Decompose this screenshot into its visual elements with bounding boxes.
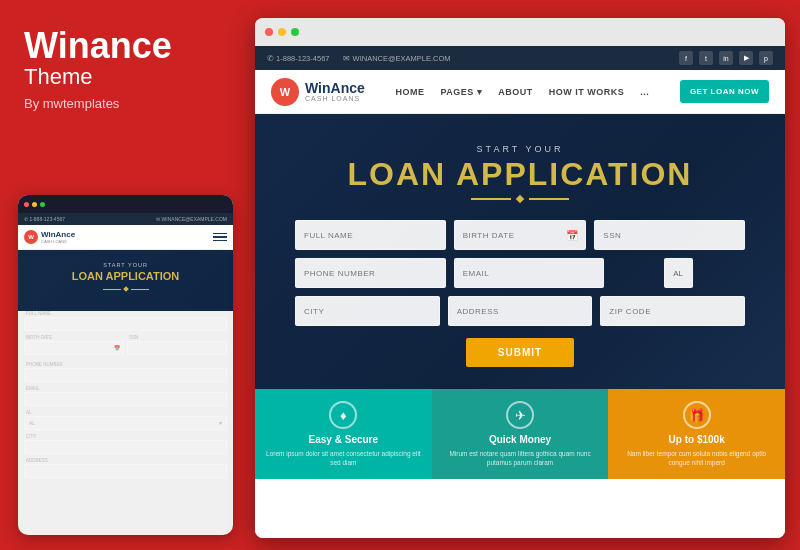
state-select[interactable]: AL AK AZ	[664, 258, 693, 288]
site-logo: W WinAnce CASH LOANS	[271, 78, 365, 106]
browser-dot-red[interactable]	[265, 28, 273, 36]
browser-dot-yellow[interactable]	[278, 28, 286, 36]
facebook-icon[interactable]: f	[679, 51, 693, 65]
easy-secure-icon: ♦	[329, 401, 357, 429]
mobile-dot-red	[24, 202, 29, 207]
nav-link-pages[interactable]: PAGES ▾	[440, 87, 482, 97]
calendar-icon: 📅	[566, 230, 578, 241]
nav-link-more[interactable]: ...	[640, 87, 649, 97]
submit-button[interactable]: SUBMIT	[466, 338, 574, 367]
mobile-logo-tagline: CASH LOANS	[41, 239, 75, 244]
quick-money-title: Quick Money	[489, 434, 551, 445]
mobile-field-label-address: ADDRESS	[24, 458, 227, 463]
full-name-input[interactable]	[295, 220, 446, 250]
mobile-dot-green	[40, 202, 45, 207]
logo-name: WinAnce	[305, 81, 365, 95]
logo-text-wrap: WinAnce CASH LOANS	[305, 81, 365, 102]
mobile-hero-pretitle: START YOUR	[26, 262, 225, 268]
phone-input[interactable]	[295, 258, 446, 288]
up-to-100k-title: Up to $100k	[669, 434, 725, 445]
mobile-field-address[interactable]	[24, 464, 227, 478]
mobile-field-phone[interactable]	[24, 368, 227, 382]
mobile-field-email[interactable]	[24, 392, 227, 406]
get-loan-button[interactable]: GET LOAN NOW	[680, 80, 769, 103]
quick-money-icon: ✈	[506, 401, 534, 429]
quick-money-text: Mirum est notare quam littera gothica qu…	[442, 449, 599, 467]
mobile-phone: ✆ 1-888-123-4567	[24, 216, 65, 222]
mobile-hero-title: LOAN APPLICATION	[26, 270, 225, 283]
site-phone: ✆ 1-888-123-4567	[267, 54, 329, 63]
mobile-field-birthdate[interactable]: 📅	[24, 341, 124, 355]
form-row-3	[295, 296, 745, 326]
browser-dot-green[interactable]	[291, 28, 299, 36]
address-input[interactable]	[448, 296, 593, 326]
form-submit-row: SUBMIT	[295, 338, 745, 367]
email-input[interactable]	[454, 258, 605, 288]
logo-icon: W	[271, 78, 299, 106]
mobile-logo-name: WinAnce	[41, 230, 75, 239]
site-nav-links: HOME PAGES ▾ ABOUT HOW IT WORKS ...	[395, 87, 649, 97]
up-to-100k-icon: 🎁	[683, 401, 711, 429]
twitter-icon[interactable]: t	[699, 51, 713, 65]
mobile-field-label-fullname: FULL NAME	[24, 311, 227, 316]
city-input[interactable]	[295, 296, 440, 326]
nav-link-about[interactable]: ABOUT	[498, 87, 533, 97]
browser-top-bar	[255, 18, 785, 46]
browser-mockup: ✆ 1-888-123-4567 ✉ WINANCE@EXAMPLE.COM f…	[255, 18, 785, 538]
birth-date-field: 📅	[454, 220, 587, 250]
mobile-divider	[26, 287, 225, 291]
mobile-hero: START YOUR LOAN APPLICATION	[18, 250, 233, 311]
mobile-field-label-birthdate: BIRTH DATE	[24, 335, 124, 340]
mobile-header-bar: ✆ 1-888-123-4567 ✉ WINANCE@EXAMPLE.COM	[18, 213, 233, 225]
easy-secure-title: Easy & Secure	[309, 434, 379, 445]
mobile-top-bar	[18, 195, 233, 213]
form-row-2: AL AK AZ	[295, 258, 745, 288]
up-to-100k-text: Nam liber tempor cum soluta nobis eligen…	[618, 449, 775, 467]
linkedin-icon[interactable]: in	[719, 51, 733, 65]
pinterest-icon[interactable]: p	[759, 51, 773, 65]
brand-subtitle: Theme	[24, 64, 221, 90]
mobile-logo: W WinAnce CASH LOANS	[24, 230, 75, 244]
mobile-field-state[interactable]: AL▼	[24, 416, 227, 430]
hero-title: LOAN APPLICATION	[295, 158, 745, 190]
mobile-field-city[interactable]	[24, 440, 227, 454]
hero-pretitle: START YOUR	[295, 144, 745, 154]
logo-tagline: CASH LOANS	[305, 95, 365, 102]
brand-title: Winance	[24, 28, 221, 64]
zip-input[interactable]	[600, 296, 745, 326]
mobile-field-label-phone: PHONE NUMBER	[24, 362, 227, 367]
browser-content: ✆ 1-888-123-4567 ✉ WINANCE@EXAMPLE.COM f…	[255, 46, 785, 538]
mobile-field-label-city: CITY	[24, 434, 227, 439]
feature-up-to-100k: 🎁 Up to $100k Nam liber tempor cum solut…	[608, 389, 785, 479]
mobile-field-fullname[interactable]	[24, 317, 227, 331]
site-topbar-left: ✆ 1-888-123-4567 ✉ WINANCE@EXAMPLE.COM	[267, 54, 451, 63]
easy-secure-text: Lorem ipsum dolor sit amet consectetur a…	[265, 449, 422, 467]
feature-easy-secure: ♦ Easy & Secure Lorem ipsum dolor sit am…	[255, 389, 432, 479]
nav-link-home[interactable]: HOME	[395, 87, 424, 97]
form-row-1: 📅	[295, 220, 745, 250]
nav-link-how[interactable]: HOW IT WORKS	[549, 87, 625, 97]
mobile-nav-bar: W WinAnce CASH LOANS	[18, 225, 233, 250]
mobile-hamburger-icon[interactable]	[213, 233, 227, 242]
site-topbar-right: f t in ▶ p	[679, 51, 773, 65]
site-hero: START YOUR LOAN APPLICATION 📅	[255, 114, 785, 389]
site-email: ✉ WINANCE@EXAMPLE.COM	[343, 54, 450, 63]
loan-form: 📅 AL AK AZ	[295, 220, 745, 367]
mobile-mockup: ✆ 1-888-123-4567 ✉ WINANCE@EXAMPLE.COM W…	[18, 195, 233, 535]
state-field: AL AK AZ	[612, 258, 745, 288]
mobile-field-label-ssn: SSN	[127, 335, 227, 340]
hero-divider	[295, 196, 745, 202]
brand-by: By mwtemplates	[24, 96, 221, 111]
mobile-field-ssn[interactable]	[127, 341, 227, 355]
ssn-input[interactable]	[594, 220, 745, 250]
feature-quick-money: ✈ Quick Money Mirum est notare quam litt…	[432, 389, 609, 479]
site-nav: W WinAnce CASH LOANS HOME PAGES ▾ ABOUT …	[255, 70, 785, 114]
left-panel: Winance Theme By mwtemplates ✆ 1-888-123…	[0, 0, 245, 550]
youtube-icon[interactable]: ▶	[739, 51, 753, 65]
mobile-field-label-email: EMAIL	[24, 386, 227, 391]
features-section: ♦ Easy & Secure Lorem ipsum dolor sit am…	[255, 389, 785, 479]
mobile-email: ✉ WINANCE@EXAMPLE.COM	[156, 216, 227, 222]
mobile-form: FULL NAME BIRTH DATE 📅 SSN PHONE NUMBER …	[18, 311, 233, 488]
mobile-field-label-state: AL	[24, 410, 227, 415]
site-topbar: ✆ 1-888-123-4567 ✉ WINANCE@EXAMPLE.COM f…	[255, 46, 785, 70]
